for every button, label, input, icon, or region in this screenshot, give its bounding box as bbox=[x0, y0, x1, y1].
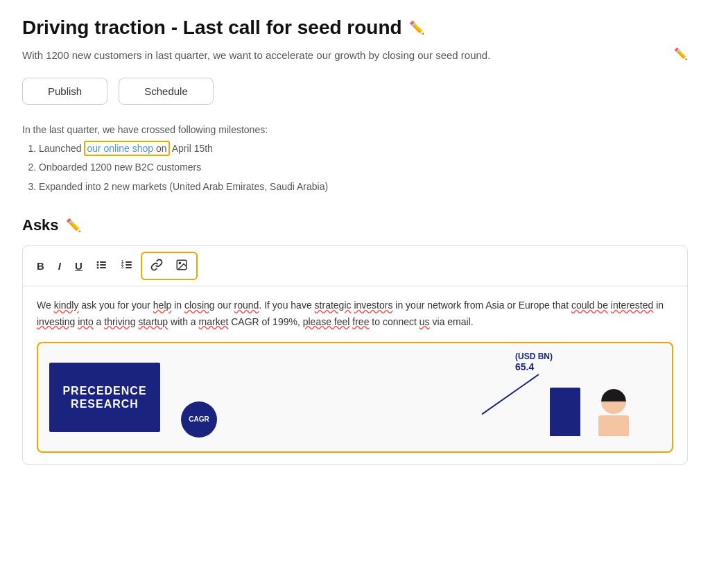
subtitle-text: With 1200 new customers in last quarter,… bbox=[22, 47, 490, 64]
word-thriving: thriving bbox=[104, 316, 135, 327]
person-body bbox=[598, 415, 629, 436]
subtitle-edit-icon[interactable]: ✏️ bbox=[674, 47, 688, 60]
svg-point-13 bbox=[179, 262, 180, 263]
title-row: Driving traction - Last call for seed ro… bbox=[22, 17, 688, 39]
logo-text-line1: PRECEDENCE bbox=[62, 384, 146, 397]
word-investing: investing bbox=[37, 316, 75, 327]
asks-edit-icon[interactable]: ✏️ bbox=[66, 218, 81, 233]
milestones-list: Launched our online shop on April 15th O… bbox=[22, 141, 688, 194]
toolbar-highlighted-group bbox=[141, 252, 198, 280]
word-into: into bbox=[78, 316, 94, 327]
list-item: Onboarded 1200 new B2C customers bbox=[39, 159, 688, 175]
logo-text-line2: RESEARCH bbox=[71, 397, 139, 410]
page-title: Driving traction - Last call for seed ro… bbox=[22, 17, 402, 39]
person-hair bbox=[601, 389, 626, 401]
subtitle-row: With 1200 new customers in last quarter,… bbox=[22, 47, 688, 64]
image-embed: PRECEDENCE RESEARCH (USD BN) 65.4 bbox=[37, 342, 673, 453]
chart-usd-label: (USD BN) 65.4 bbox=[515, 352, 553, 372]
chart-person bbox=[598, 389, 629, 436]
editor-content[interactable]: We kindly ask you for your help in closi… bbox=[23, 286, 687, 464]
bold-button[interactable]: B bbox=[31, 256, 50, 276]
chart-bar bbox=[550, 388, 580, 436]
word-market: market bbox=[199, 316, 229, 327]
milestones-intro: In the last quarter, we have crossed fol… bbox=[22, 124, 688, 135]
svg-rect-9 bbox=[125, 264, 132, 266]
word-help: help bbox=[153, 300, 171, 311]
precedence-logo: PRECEDENCE RESEARCH bbox=[49, 363, 160, 432]
ordered-list-button[interactable]: 1. 2. 3. bbox=[116, 255, 138, 277]
link-button[interactable] bbox=[145, 254, 168, 277]
chart-area: (USD BN) 65.4 bbox=[160, 352, 661, 443]
link-icon bbox=[150, 259, 163, 271]
svg-rect-5 bbox=[100, 267, 106, 268]
editor-text: We kindly ask you for your help in closi… bbox=[37, 297, 673, 331]
svg-rect-1 bbox=[100, 261, 106, 263]
svg-point-2 bbox=[96, 264, 98, 266]
word-interested: interested bbox=[611, 300, 653, 311]
image-button[interactable] bbox=[170, 254, 193, 277]
action-buttons: Publish Schedule bbox=[22, 78, 688, 105]
svg-rect-11 bbox=[125, 267, 132, 268]
word-could-be: could be bbox=[571, 300, 608, 311]
svg-text:3.: 3. bbox=[121, 265, 125, 269]
ordered-list-icon: 1. 2. 3. bbox=[121, 259, 132, 270]
cagr-badge: CAGR bbox=[181, 401, 217, 438]
word-round: round bbox=[234, 300, 259, 311]
word-kindly: kindly bbox=[54, 300, 79, 311]
italic-button[interactable]: I bbox=[53, 256, 67, 276]
underline-button[interactable]: U bbox=[69, 256, 88, 276]
schedule-button[interactable]: Schedule bbox=[119, 78, 214, 105]
image-icon bbox=[175, 259, 188, 271]
list-item: Expanded into 2 new markets (United Arab… bbox=[39, 179, 688, 194]
publish-button[interactable]: Publish bbox=[22, 78, 107, 105]
asks-title: Asks bbox=[22, 216, 59, 234]
person-face bbox=[601, 389, 626, 414]
svg-point-0 bbox=[96, 261, 98, 263]
list-item: Launched our online shop on April 15th bbox=[39, 141, 688, 156]
title-edit-icon[interactable]: ✏️ bbox=[409, 20, 424, 35]
editor-container: B I U 1. 2. 3. bbox=[22, 245, 688, 465]
online-shop-link[interactable]: our online shop bbox=[87, 143, 153, 154]
asks-section: Asks ✏️ B I U 1. 2. bbox=[22, 216, 688, 465]
word-us: us bbox=[419, 316, 430, 327]
chart-diagonal-line bbox=[482, 374, 539, 415]
word-free: free bbox=[352, 316, 369, 327]
word-investors: investors bbox=[354, 300, 392, 311]
editor-toolbar: B I U 1. 2. 3. bbox=[23, 246, 687, 286]
asks-title-row: Asks ✏️ bbox=[22, 216, 688, 234]
svg-rect-7 bbox=[125, 261, 132, 263]
word-startup: startup bbox=[138, 316, 168, 327]
milestones-section: In the last quarter, we have crossed fol… bbox=[22, 124, 688, 194]
highlighted-link-text: our online shop on bbox=[84, 141, 169, 156]
word-strategic: strategic bbox=[315, 300, 352, 311]
bullet-list-icon bbox=[96, 259, 107, 270]
word-closing: closing bbox=[184, 300, 215, 311]
svg-rect-3 bbox=[100, 264, 106, 266]
svg-point-4 bbox=[96, 267, 98, 269]
bullet-list-button[interactable] bbox=[91, 255, 113, 277]
word-please-feel: please feel bbox=[303, 316, 350, 327]
